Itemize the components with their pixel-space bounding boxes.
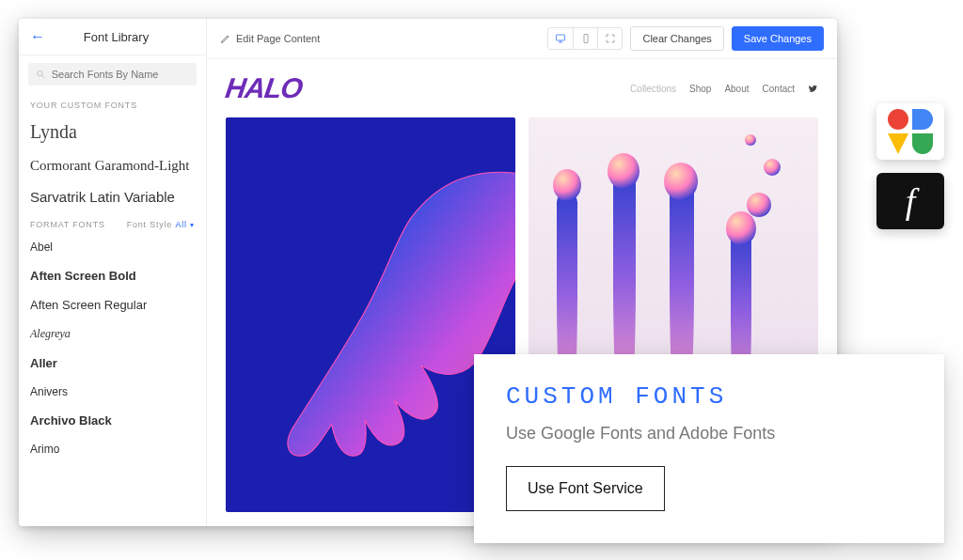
font-item-sarvatrik[interactable]: Sarvatrik Latin Variable bbox=[19, 181, 206, 212]
site-header: HALO Collections Shop About Contact bbox=[226, 72, 818, 104]
use-font-service-button[interactable]: Use Font Service bbox=[506, 466, 665, 511]
font-item-aller[interactable]: Aller bbox=[19, 349, 206, 378]
font-item-aften-bold[interactable]: Aften Screen Bold bbox=[19, 261, 206, 290]
adobe-fonts-icon: f bbox=[906, 180, 916, 222]
google-fonts-badge[interactable] bbox=[876, 103, 944, 160]
edit-page-label[interactable]: Edit Page Content bbox=[220, 33, 320, 44]
svg-rect-2 bbox=[557, 35, 565, 40]
sidebar-title: Font Library bbox=[38, 30, 195, 44]
format-font-list: Abel Aften Screen Bold Aften Screen Regu… bbox=[19, 233, 206, 463]
save-changes-button[interactable]: Save Changes bbox=[732, 26, 824, 51]
hero-image-left bbox=[226, 117, 515, 512]
expand-icon bbox=[605, 33, 616, 44]
font-style-filter[interactable]: Font Style All ▾ bbox=[127, 220, 195, 229]
device-fullscreen-button[interactable] bbox=[597, 28, 622, 49]
pencil-icon bbox=[220, 33, 231, 44]
search-wrap bbox=[19, 55, 206, 93]
font-item-aften-regular[interactable]: Aften Screen Regular bbox=[19, 290, 206, 319]
custom-fonts-card: CUSTOM FONTS Use Google Fonts and Adobe … bbox=[474, 354, 944, 543]
nav-contact[interactable]: Contact bbox=[763, 84, 795, 94]
font-item-abel[interactable]: Abel bbox=[19, 233, 206, 261]
font-library-sidebar: ← Font Library YOUR CUSTOM FONTS Lynda C… bbox=[19, 19, 207, 526]
font-item-anivers[interactable]: Anivers bbox=[19, 378, 206, 406]
svg-rect-5 bbox=[584, 35, 588, 43]
search-input[interactable] bbox=[52, 69, 189, 80]
nav-shop[interactable]: Shop bbox=[689, 84, 711, 94]
nav-collections[interactable]: Collections bbox=[630, 84, 676, 94]
font-item-alegreya[interactable]: Alegreya bbox=[19, 319, 206, 349]
device-preview-group bbox=[547, 27, 623, 50]
twitter-icon[interactable] bbox=[808, 84, 818, 94]
svg-point-0 bbox=[38, 70, 42, 75]
font-item-archivo-black[interactable]: Archivo Black bbox=[19, 406, 206, 435]
custom-font-list: Lynda Cormorant Garamond-Light Sarvatrik… bbox=[19, 114, 206, 212]
sidebar-header: ← Font Library bbox=[19, 19, 206, 55]
format-fonts-label: FORMAT FONTS Font Style All ▾ bbox=[19, 212, 206, 233]
site-nav: Collections Shop About Contact bbox=[630, 84, 818, 94]
search-field[interactable] bbox=[28, 63, 197, 86]
desktop-icon bbox=[555, 33, 566, 44]
overlay-title: CUSTOM FONTS bbox=[506, 382, 912, 411]
search-icon bbox=[36, 69, 46, 80]
mobile-icon bbox=[580, 33, 592, 44]
custom-fonts-label: YOUR CUSTOM FONTS bbox=[19, 93, 206, 114]
toolbar: Edit Page Content Clear Changes Save Cha… bbox=[207, 19, 837, 59]
font-item-arimo[interactable]: Arimo bbox=[19, 435, 206, 463]
overlay-subtitle: Use Google Fonts and Adobe Fonts bbox=[506, 424, 912, 443]
font-item-lynda[interactable]: Lynda bbox=[19, 114, 206, 150]
google-fonts-icon bbox=[888, 109, 933, 154]
adobe-fonts-badge[interactable]: f bbox=[876, 173, 944, 229]
svg-line-1 bbox=[42, 75, 45, 78]
device-desktop-button[interactable] bbox=[548, 28, 573, 49]
nav-about[interactable]: About bbox=[724, 84, 749, 94]
clear-changes-button[interactable]: Clear Changes bbox=[630, 26, 723, 51]
font-item-cormorant[interactable]: Cormorant Garamond-Light bbox=[19, 150, 206, 181]
device-mobile-button[interactable] bbox=[573, 28, 597, 49]
site-logo[interactable]: HALO bbox=[224, 72, 305, 104]
